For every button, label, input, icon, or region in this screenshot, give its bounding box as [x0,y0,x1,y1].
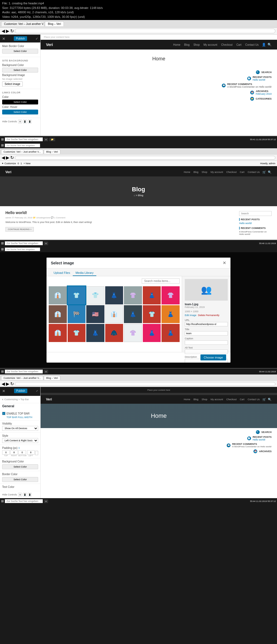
s4-style-select[interactable]: Left Content & Right Social [2,438,38,443]
media-thumb-8[interactable]: 👔 [49,305,67,323]
nav-link-account-1[interactable]: My account [203,43,217,46]
s4-border-color-btn[interactable]: Select Color [2,477,38,482]
s4-nav-cart[interactable]: Cart [240,398,244,401]
media-thumb-10[interactable]: 🇺🇸 [86,305,104,323]
color-select-btn[interactable]: Select Color [2,100,38,104]
media-thumb-16[interactable]: 👕 [68,324,86,342]
media-tab-upload[interactable]: Upload Files [51,270,73,276]
nav-link-blog-1[interactable]: Blog [184,43,190,46]
media-delete-link[interactable]: Delete Permanently [198,314,219,317]
media-thumb-12[interactable]: 👗 [124,305,142,323]
s2-nav-account[interactable]: My account [210,171,223,173]
media-caption-input[interactable] [185,340,228,345]
media-thumb-17[interactable]: 👗 [86,324,104,342]
s4-visibility-select[interactable]: Show On All Devices [2,426,38,431]
taskbar-files-btn-1[interactable]: 📁 [49,138,55,141]
s4-mobile-icon[interactable]: 📱 [28,493,32,497]
s4-tab-customize[interactable]: Customize: Veri – Just another V... [1,376,43,380]
media-thumb-20[interactable]: 👗 [143,324,161,342]
taskbar-search-3[interactable] [5,248,40,251]
s2-refresh-icon[interactable]: ↻ [10,155,14,160]
customize-toolbar-item[interactable]: ✦ Customize [2,162,16,165]
media-thumb-7[interactable]: 👚 [161,286,180,304]
media-thumb-21[interactable]: 👗 [161,324,180,342]
s4-address-input[interactable]: localhost/wp-admin/customize.php?url=htt… [15,382,275,386]
taskbar-browser-btn-1[interactable]: e [44,138,48,141]
taskbar-browser-t4[interactable]: e [44,500,48,503]
nav-link-home-1[interactable]: Home [173,43,180,46]
s4-bg-color-btn[interactable]: Select Color [2,464,38,469]
media-thumb-6[interactable]: 👗 [143,286,161,304]
media-thumb-4[interactable]: 👗 [105,286,123,304]
media-thumb-18[interactable]: 🧥 [105,324,123,342]
windows-start-icon[interactable]: ⊞ [1,137,4,141]
background-color-btn[interactable]: Select Color [2,68,38,73]
windows-start-icon-t2[interactable]: ⊞ [1,241,4,245]
media-thumb-3[interactable]: 👕 [86,286,104,304]
s4-nav-contact[interactable]: Contact Us [248,398,260,401]
media-thumb-5[interactable]: 👚 [124,286,142,304]
s4-padding-link-checkbox[interactable] [35,451,38,455]
s2-tab-customize[interactable]: Customize: Veri – Just another V... [1,150,43,154]
main-border-color-btn[interactable]: Select Color [2,49,38,54]
s4-padding-top-input[interactable] [2,450,10,455]
new-toolbar-item[interactable]: + New [24,162,31,165]
windows-start-icon-t3[interactable]: ⊞ [1,370,4,373]
select-image-button[interactable]: Select image [2,81,23,87]
media-title-input[interactable] [185,331,228,336]
s2-nav-home[interactable]: Home [184,171,190,173]
tablet-icon[interactable]: 📱 [23,120,27,123]
s4-refresh-icon[interactable]: ↻ [10,381,14,386]
s4-forward-icon[interactable]: ▶ [6,381,9,386]
media-thumb-14[interactable]: 👗 [161,305,180,323]
taskbar-search-t3[interactable] [5,370,43,373]
s4-nav-shop[interactable]: Shop [202,398,207,401]
updates-toolbar-item[interactable]: 1 [21,162,22,165]
mobile-icon[interactable]: 📱 [28,120,32,123]
publish-button-1[interactable]: Publish [14,36,27,41]
taskbar-search-1[interactable] [5,137,43,141]
color-hover-btn[interactable]: Select Color [2,110,38,114]
media-thumb-9[interactable]: 🏁 [68,305,86,323]
windows-start-icon-3[interactable]: ⊞ [1,247,4,251]
tab-blog-1[interactable]: Blog – Veri [45,21,64,26]
customizer-close-1[interactable]: ✕ [2,37,5,41]
s2-nav-checkout[interactable]: Checkout [226,171,236,173]
media-thumb-1[interactable]: 👔 [49,286,67,304]
desktop-icon[interactable]: 🖥 [18,120,22,123]
s4-nav-checkout[interactable]: Checkout [226,398,236,401]
media-thumb-2[interactable]: 👕 [68,286,86,304]
s2-back-icon[interactable]: ◀ [2,155,5,160]
media-edit-link[interactable]: Edit Image [185,314,196,317]
comments-toolbar-item[interactable]: 0 [18,162,19,165]
media-tab-library[interactable]: Media Library [73,270,96,276]
sidebar-recent-posts-item[interactable]: Hello world! [239,222,272,225]
media-search-input[interactable] [142,278,180,284]
s4-desktop-icon[interactable]: 🖥 [18,493,22,497]
s2-address-input[interactable]: localhost/wordpress-shop/blog/customize.… [15,156,275,160]
s4-back-icon[interactable]: ◀ [2,381,5,386]
windows-start-icon-t4[interactable]: ⊞ [1,499,4,503]
taskbar-search-2[interactable] [5,144,40,147]
s4-publish-btn[interactable]: Publish [14,389,27,393]
media-thumb-15[interactable]: 👔 [49,324,67,342]
taskbar-search-t2[interactable] [5,241,43,245]
media-dialog-close-btn[interactable]: ✕ [223,260,226,265]
media-thumb-11[interactable]: 👔 [105,305,123,323]
nav-link-cart-1[interactable]: Cart [236,43,242,46]
media-thumb-19[interactable]: 👚 [124,324,142,342]
refresh-icon[interactable]: ↻ [10,28,14,34]
back-icon[interactable]: ◀ [2,28,5,34]
taskbar-search-t4[interactable] [5,499,43,503]
s2-nav-shop[interactable]: Shop [202,171,207,173]
s4-tab-blog[interactable]: Blog – Veri [44,376,61,380]
address-input-1[interactable]: localhost/wp-admin/customize.php?url=htt… [15,29,275,33]
media-url-input[interactable] [185,322,228,326]
choose-image-button[interactable]: Choose image [200,354,226,360]
s4-enable-topbar-checkbox[interactable]: ✓ [2,412,5,415]
taskbar-browser-t2[interactable]: e [44,242,48,245]
s4-nav-home[interactable]: Home [184,398,190,401]
tab-customize-1[interactable]: Customize: Veri – Just another V... [1,21,44,26]
nav-link-contact-1[interactable]: Contact Us [245,43,259,46]
windows-start-icon-2[interactable]: ⊞ [1,143,4,147]
